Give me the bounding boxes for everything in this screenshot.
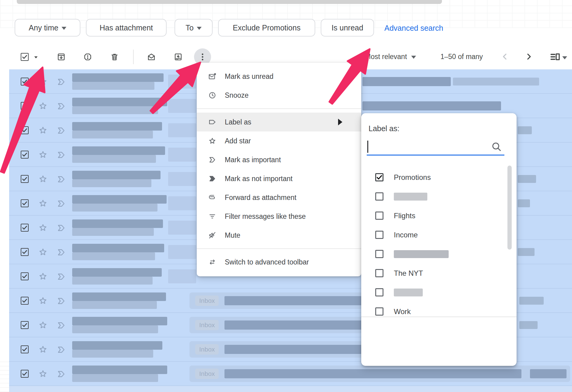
star-icon[interactable]	[38, 126, 48, 135]
newer-page-button[interactable]	[499, 51, 511, 63]
star-icon[interactable]	[38, 174, 48, 184]
label-search-input[interactable]	[367, 139, 489, 153]
checkbox-unchecked[interactable]	[375, 269, 383, 277]
label-option-promotions[interactable]: Promotions	[361, 168, 512, 187]
menu-item-forward-as-attachment[interactable]: Forward as attachment	[197, 188, 361, 207]
checkbox-unchecked[interactable]	[375, 288, 383, 296]
importance-marker-icon[interactable]	[57, 369, 66, 379]
label-option-redacted[interactable]	[361, 244, 512, 264]
star-icon[interactable]	[38, 296, 48, 305]
importance-marker-icon[interactable]	[57, 175, 66, 184]
select-all-checkbox[interactable]	[21, 53, 29, 61]
menu-item-snooze[interactable]: Snooze	[197, 86, 361, 105]
menu-item-add-star[interactable]: Add star	[197, 131, 361, 150]
label-option-flights[interactable]: Flights	[361, 206, 512, 225]
checkbox-unchecked[interactable]	[375, 192, 383, 201]
importance-marker-icon[interactable]	[57, 126, 66, 135]
text-cursor	[367, 141, 368, 153]
filter-chip-exclude-promotions[interactable]: Exclude Promotions	[218, 19, 315, 37]
menu-item-mark-as-important[interactable]: Mark as important	[197, 150, 361, 169]
row-checkbox[interactable]	[21, 175, 29, 183]
menu-item-mute[interactable]: Mute	[197, 226, 361, 245]
row-checkbox[interactable]	[21, 345, 29, 353]
star-icon[interactable]	[38, 272, 48, 281]
row-checkbox[interactable]	[21, 102, 29, 110]
menu-item-mark-as-not-important[interactable]: Mark as not important	[197, 169, 361, 188]
filter-chip-label: To	[185, 23, 193, 32]
row-checkbox[interactable]	[21, 248, 29, 256]
importance-marker-icon[interactable]	[57, 102, 66, 111]
report-spam-button[interactable]	[83, 53, 92, 61]
checkbox-unchecked[interactable]	[375, 231, 383, 239]
importance-marker-icon[interactable]	[57, 223, 66, 233]
redacted-text-block	[519, 321, 538, 329]
checkbox-checked[interactable]	[375, 173, 383, 181]
importance-marker-icon[interactable]	[57, 199, 66, 208]
filter-chip-to[interactable]: To	[175, 19, 213, 37]
importance-marker-icon[interactable]	[57, 321, 66, 330]
star-icon[interactable]	[38, 101, 48, 110]
label-search-field[interactable]	[367, 138, 504, 156]
caret-down-icon	[411, 56, 416, 59]
importance-marker-icon[interactable]	[57, 345, 66, 354]
importance-marker-icon[interactable]	[57, 296, 66, 306]
row-checkbox[interactable]	[21, 126, 29, 134]
redacted-sender-line2	[72, 106, 158, 114]
star-icon[interactable]	[38, 199, 48, 208]
label-option-work[interactable]: Work	[361, 302, 512, 321]
older-page-button[interactable]	[523, 51, 535, 63]
menu-item-filter-messages-like-these[interactable]: Filter messages like these	[197, 207, 361, 226]
label-option-the-nyt[interactable]: The NYT	[361, 264, 512, 283]
menu-item-label-as[interactable]: Label as	[197, 113, 361, 131]
row-checkbox[interactable]	[21, 297, 29, 305]
label-name: The NYT	[394, 269, 423, 278]
row-checkbox[interactable]	[21, 224, 29, 232]
checkbox-unchecked[interactable]	[375, 212, 383, 220]
importance-marker-icon[interactable]	[57, 272, 66, 281]
advanced-search-link[interactable]: Advanced search	[384, 24, 443, 33]
filter-chip-has-attachment[interactable]: Has attachment	[86, 19, 167, 37]
row-checkbox[interactable]	[21, 272, 29, 280]
select-dropdown-button[interactable]	[32, 54, 40, 61]
star-icon[interactable]	[38, 223, 48, 232]
menu-item-switch-to-advanced-toolbar[interactable]: Switch to advanced toolbar	[197, 253, 361, 271]
redacted-sender-line2	[72, 277, 153, 285]
redacted-sender	[72, 317, 167, 325]
label-option-income[interactable]: Income	[361, 225, 512, 244]
star-icon[interactable]	[38, 150, 48, 159]
star-icon[interactable]	[38, 369, 48, 378]
label-name: Promotions	[394, 173, 431, 182]
checkbox-unchecked[interactable]	[375, 307, 383, 316]
mark-as-read-button[interactable]	[147, 53, 156, 61]
split-view-icon	[550, 52, 560, 62]
checkbox-unchecked[interactable]	[375, 250, 383, 258]
row-checkbox[interactable]	[21, 78, 29, 86]
star-icon[interactable]	[38, 345, 48, 354]
redacted-text-block	[519, 297, 544, 305]
importance-marker-icon[interactable]	[57, 77, 66, 86]
delete-button[interactable]	[110, 53, 119, 61]
filter-chip-any-time[interactable]: Any time	[15, 19, 80, 37]
redacted-sender	[72, 292, 166, 301]
row-checkbox[interactable]	[21, 321, 29, 329]
pagination-range-label: 1–50 of many	[440, 53, 483, 61]
archive-button[interactable]	[57, 53, 65, 61]
importance-marker-icon[interactable]	[57, 150, 66, 159]
star-icon[interactable]	[38, 77, 48, 86]
filter-chip-label: Exclude Promotions	[233, 23, 300, 32]
label-list-scrollbar[interactable]	[507, 166, 512, 250]
star-icon[interactable]	[38, 247, 48, 257]
label-option-redacted[interactable]	[361, 283, 512, 302]
importance-marker-icon[interactable]	[57, 248, 66, 257]
move-to-button[interactable]	[174, 53, 182, 61]
menu-item-mark-as-unread[interactable]: Mark as unread	[197, 67, 361, 86]
star-icon[interactable]	[38, 320, 48, 330]
label-option-redacted[interactable]	[361, 187, 512, 206]
split-view-toggle[interactable]	[550, 52, 567, 62]
row-checkbox[interactable]	[21, 199, 29, 207]
filter-chip-is-unread[interactable]: Is unread	[321, 19, 374, 37]
row-checkbox[interactable]	[21, 370, 29, 378]
sort-dropdown[interactable]: Most relevant	[365, 53, 416, 61]
row-checkbox[interactable]	[21, 151, 29, 159]
redacted-sender	[72, 219, 163, 228]
